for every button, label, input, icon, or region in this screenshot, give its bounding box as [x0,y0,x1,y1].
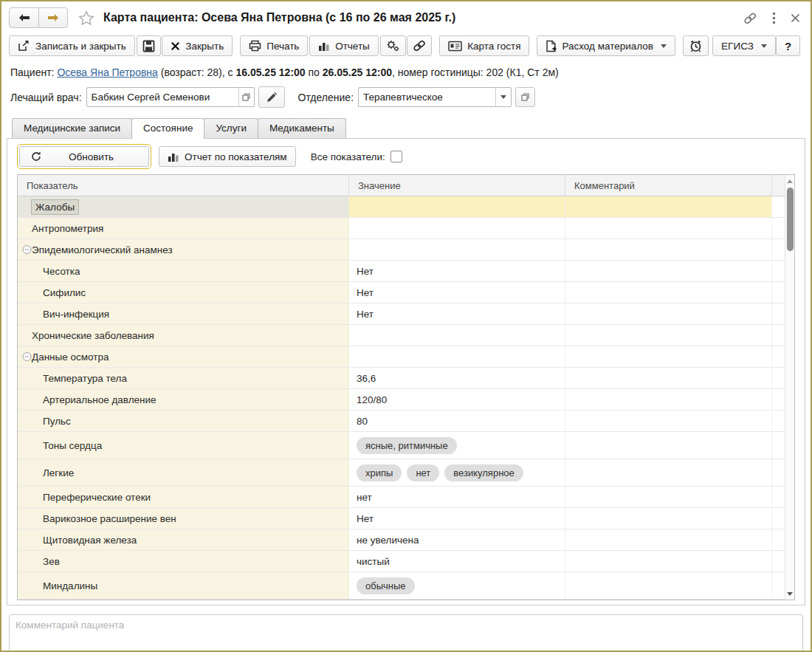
doctor-field[interactable]: Бабкин Сергей Семенови [86,87,255,107]
indicator-value: Нет [357,513,374,524]
more-menu-button[interactable] [772,12,776,24]
doctor-field-value: Бабкин Сергей Семенови [87,92,238,103]
indicator-comment-cell[interactable] [565,551,772,572]
indicator-comment-cell[interactable] [565,411,772,431]
table-row[interactable]: Варикозное расширение вен Нет [18,508,794,529]
settings-button[interactable] [380,35,406,56]
indicator-label: Вич-инфекция [43,309,109,320]
save-close-icon [18,40,30,52]
column-header-comment[interactable]: Комментарий [565,175,772,196]
indicator-comment-cell[interactable] [565,508,772,529]
value-chip[interactable]: ясные, ритмичные [357,437,457,454]
table-row[interactable]: Хронические заболевания [18,325,794,346]
department-dropdown-icon[interactable] [495,88,511,106]
indicator-value: Нет [357,266,374,277]
indicator-comment-cell[interactable] [565,303,772,324]
scrollbar-thumb[interactable] [787,188,794,251]
tab-medications[interactable]: Медикаменты [258,118,346,138]
indicator-value: 80 [357,416,368,427]
indicators-report-button[interactable]: Отчет по показателям [159,146,296,167]
patient-comment-input[interactable] [9,614,803,652]
reports-button[interactable]: Отчеты [309,35,379,56]
refresh-icon [30,151,42,162]
table-row[interactable]: Сифилис Нет [18,282,794,303]
indicator-comment-cell[interactable] [565,325,772,346]
table-row[interactable]: Эпидемиологический анамнез [18,239,794,261]
tab-condition[interactable]: Состояние [131,118,204,139]
save-button[interactable] [137,35,161,56]
indicator-comment-cell[interactable] [565,346,772,367]
collapse-minus-icon[interactable] [22,245,32,255]
reminder-button[interactable] [683,35,709,56]
indicator-comment-cell[interactable] [565,389,772,410]
department-open-button[interactable] [515,87,535,107]
dropdown-arrow-icon [661,44,667,48]
table-row[interactable]: Тоны сердца ясные, ритмичные [18,432,794,459]
tab-bar: Медицинские записи Состояние Услуги Меди… [12,118,811,138]
print-button[interactable]: Печать [240,35,308,56]
doctor-open-icon[interactable] [238,88,254,106]
refresh-button[interactable]: Обновить [19,146,149,167]
link-button[interactable] [407,35,432,56]
value-chip[interactable]: нет [407,464,439,481]
back-button[interactable] [10,8,38,27]
indicator-comment-cell[interactable] [565,459,772,486]
bar-chart-icon [318,41,330,52]
close-window-button[interactable] [791,13,800,23]
value-chip[interactable]: хрипы [357,464,402,481]
favorite-star-icon[interactable] [78,10,94,26]
close-button[interactable]: Закрыть [162,35,233,56]
table-row[interactable]: Температура тела 36,6 [18,368,794,389]
table-row[interactable]: Переферические отеки нет [18,487,794,508]
table-row[interactable]: Данные осмотра [18,346,794,368]
condition-tab-panel: Обновить Отчет по показателям Все показа… [7,138,805,605]
indicator-comment-cell[interactable] [565,487,772,507]
forward-button[interactable] [38,8,67,27]
indicator-comment-cell[interactable] [565,196,772,217]
collapse-minus-icon[interactable] [22,352,32,362]
patient-name-link[interactable]: Осева Яна Петровна [57,66,157,78]
materials-button[interactable]: Расход материалов [537,35,675,56]
all-indicators-checkbox[interactable] [390,151,402,162]
indicator-comment-cell[interactable] [565,432,772,459]
indicator-comment-cell[interactable] [565,368,772,388]
table-row[interactable]: Пульс 80 [18,411,794,432]
table-row[interactable]: Жалобы [18,196,794,218]
table-row[interactable]: Чесотка Нет [18,261,794,282]
table-row[interactable]: Щитовидная железа не увеличена [18,529,794,551]
tab-services[interactable]: Услуги [204,118,258,138]
dropdown-arrow-icon [761,44,767,48]
column-header-indicator[interactable]: Показатель [18,175,349,196]
table-row[interactable]: Артериальное давление 120/80 [18,389,794,411]
table-row[interactable]: Зев чистый [18,551,794,572]
indicator-comment-cell[interactable] [565,218,772,239]
guest-card-button[interactable]: Карта гостя [439,35,529,56]
scroll-down-icon[interactable] [785,588,794,599]
edit-doctor-button[interactable] [258,86,285,108]
alarm-clock-icon [689,39,703,53]
egisz-button[interactable]: ЕГИСЗ [712,35,776,56]
save-and-close-button[interactable]: Записать и закрыть [9,35,135,56]
value-chip[interactable]: обычные [357,577,415,594]
department-combo[interactable]: Терапевтическое [358,87,512,107]
value-chips: ясные, ритмичные [357,437,457,454]
table-row[interactable]: Миндалины обычные [18,572,794,600]
doctor-label: Лечащий врач: [10,92,82,103]
indicator-label: Жалобы [32,200,78,214]
column-header-value[interactable]: Значение [349,175,565,196]
value-chip[interactable]: везикулярное [444,464,523,481]
panel-toolbar: Обновить Отчет по показателям Все показа… [7,139,805,174]
table-row[interactable]: Вич-инфекция Нет [18,303,794,325]
indicator-comment-cell[interactable] [565,261,772,281]
tab-medical-records[interactable]: Медицинские записи [12,118,132,138]
vertical-scrollbar[interactable] [785,175,794,600]
get-link-button[interactable] [743,12,757,24]
scroll-up-icon[interactable] [785,176,794,186]
indicator-comment-cell[interactable] [565,239,772,260]
table-row[interactable]: Антропометрия [18,218,794,239]
indicator-comment-cell[interactable] [565,282,772,303]
indicator-comment-cell[interactable] [565,529,772,550]
indicator-comment-cell[interactable] [565,572,772,599]
table-row[interactable]: Легкие хрипынетвезикулярное [18,459,794,487]
help-button[interactable]: ? [776,35,800,56]
